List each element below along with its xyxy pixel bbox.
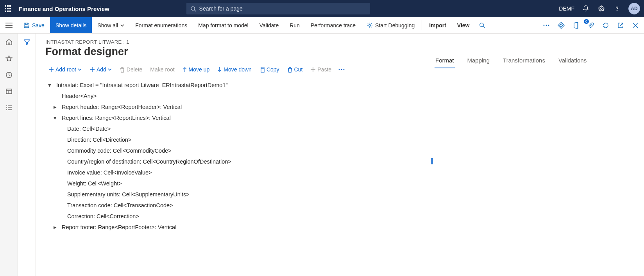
settings-icon[interactable] — [597, 4, 606, 13]
format-enumerations-button[interactable]: Format enumerations — [130, 17, 193, 33]
svg-point-10 — [544, 25, 545, 26]
tree-node-direction[interactable]: ▸Direction: Cell<Direction> — [45, 134, 416, 145]
tree-node-date[interactable]: ▸Date: Cell<Date> — [45, 123, 416, 134]
search-icon — [190, 6, 196, 12]
make-root-label: Make root — [150, 66, 174, 73]
save-button[interactable]: Save — [18, 17, 50, 33]
add-label: Add — [97, 66, 106, 73]
caret-down-icon[interactable]: ▾ — [52, 115, 58, 121]
command-bar-row: Save Show details Show all Format enumer… — [0, 17, 644, 34]
delete-button: Delete — [116, 65, 145, 74]
copy-button[interactable]: Copy — [256, 65, 283, 74]
app-body: INTRASTAT REPORT LITWARE : 1 Format desi… — [0, 34, 644, 276]
nav-toggle-button[interactable] — [0, 17, 18, 33]
svg-point-7 — [369, 24, 371, 26]
svg-rect-30 — [261, 68, 264, 72]
cut-button[interactable]: Cut — [284, 65, 306, 74]
help-icon[interactable] — [613, 4, 621, 13]
tree-node-transaction-code[interactable]: ▸Transaction code: Cell<TransactionCode> — [45, 200, 416, 211]
popout-icon — [617, 22, 624, 28]
refresh-button[interactable] — [601, 21, 610, 30]
tree-node-root[interactable]: ▾ Intrastat: Excel = "Intrastat report L… — [45, 80, 416, 91]
start-debugging-label: Start Debugging — [375, 22, 415, 28]
home-icon[interactable] — [4, 37, 14, 47]
performance-trace-button[interactable]: Performance trace — [305, 17, 361, 33]
recent-icon[interactable] — [4, 70, 14, 80]
tree-node-label: Report lines: Range<ReportLines>: Vertic… — [62, 115, 171, 121]
caret-right-icon[interactable]: ▸ — [52, 224, 58, 230]
app-topbar: Finance and Operations Preview Search fo… — [0, 0, 644, 17]
app-title: Finance and Operations Preview — [19, 5, 109, 12]
tree-node-label: Correction: Cell<Correction> — [67, 213, 139, 219]
user-avatar[interactable]: AD — [628, 3, 640, 14]
arrow-up-icon — [182, 67, 187, 72]
global-search[interactable]: Search for a page — [186, 3, 370, 14]
move-down-button[interactable]: Move down — [214, 65, 255, 74]
trash-icon — [120, 67, 125, 73]
tree-node-label: Intrastat: Excel = "Intrastat report Lit… — [56, 82, 228, 88]
search-command-button[interactable] — [475, 17, 489, 33]
command-bar: Save Show details Show all Format enumer… — [18, 17, 644, 33]
add-button[interactable]: Add — [86, 65, 115, 74]
toolbar-overflow-button[interactable] — [336, 67, 347, 72]
format-enumerations-label: Format enumerations — [135, 22, 187, 28]
add-root-label: Add root — [55, 66, 76, 73]
svg-point-3 — [617, 10, 617, 11]
tree-node-invoice-value[interactable]: ▸Invoice value: Cell<InvoiceValue> — [45, 167, 416, 178]
more-icon — [338, 69, 345, 70]
workspaces-icon[interactable] — [4, 87, 14, 96]
add-root-button[interactable]: Add root — [45, 65, 85, 74]
show-all-label: Show all — [97, 22, 118, 28]
caret-right-icon[interactable]: ▸ — [52, 104, 58, 110]
copy-icon — [259, 67, 265, 73]
office-icon[interactable] — [571, 21, 581, 30]
favorites-icon[interactable] — [4, 54, 14, 63]
company-label[interactable]: DEMF — [559, 5, 574, 12]
splitter-handle[interactable] — [431, 158, 635, 164]
run-label: Run — [290, 22, 300, 28]
show-details-button[interactable]: Show details — [50, 17, 92, 33]
app-launcher-icon[interactable] — [4, 5, 12, 12]
diamond-icon[interactable] — [556, 21, 566, 30]
tree-node-header[interactable]: ▸ Header<Any> — [45, 91, 416, 101]
tree-node-commodity-code[interactable]: ▸Commodity code: Cell<CommodityCode> — [45, 145, 416, 156]
paste-label: Paste — [317, 66, 331, 73]
filter-icon[interactable] — [22, 37, 32, 47]
tab-transformations[interactable]: Transformations — [502, 55, 546, 68]
trash-icon — [287, 67, 293, 73]
validate-button[interactable]: Validate — [254, 17, 284, 33]
tab-validations[interactable]: Validations — [558, 55, 587, 68]
properties-tabs: Format Mapping Transformations Validatio… — [435, 55, 635, 68]
start-debugging-button[interactable]: Start Debugging — [361, 17, 420, 33]
overflow-button[interactable] — [542, 21, 551, 30]
tree-node-report-footer[interactable]: ▸ Report footer: Range<ReportFooter>: Ve… — [45, 222, 416, 233]
delete-label: Delete — [127, 66, 142, 73]
tree-node-report-lines[interactable]: ▾ Report lines: Range<ReportLines>: Vert… — [45, 112, 416, 123]
tab-format[interactable]: Format — [435, 55, 455, 68]
view-button[interactable]: View — [452, 17, 475, 33]
svg-point-12 — [548, 25, 549, 26]
svg-rect-17 — [6, 89, 12, 94]
tree-node-weight[interactable]: ▸Weight: Cell<Weight> — [45, 178, 416, 189]
popout-button[interactable] — [616, 21, 625, 30]
close-button[interactable] — [631, 21, 640, 30]
run-button[interactable]: Run — [284, 17, 305, 33]
modules-icon[interactable] — [4, 103, 14, 112]
notifications-icon[interactable] — [581, 4, 590, 13]
move-up-button[interactable]: Move up — [179, 65, 213, 74]
attachments-button[interactable]: 0 — [586, 21, 596, 30]
copy-label: Copy — [267, 66, 279, 73]
attachment-count-badge: 0 — [584, 19, 589, 24]
filter-rail — [18, 34, 36, 276]
import-button[interactable]: Import — [424, 17, 452, 33]
move-down-label: Move down — [224, 66, 252, 73]
tree-node-correction[interactable]: ▸Correction: Cell<Correction> — [45, 211, 416, 222]
tree-node-report-header[interactable]: ▸ Report header: Range<ReportHeader>: Ve… — [45, 101, 416, 112]
map-format-to-model-button[interactable]: Map format to model — [193, 17, 254, 33]
show-all-button[interactable]: Show all — [92, 17, 130, 33]
tree-node-label: Transaction code: Cell<TransactionCode> — [67, 202, 173, 208]
tree-node-country-region[interactable]: ▸Country/region of destination: Cell<Cou… — [45, 156, 416, 167]
tab-mapping[interactable]: Mapping — [467, 55, 491, 68]
tree-node-supplementary-units[interactable]: ▸Supplementary units: Cell<Supplementary… — [45, 189, 416, 200]
caret-down-icon[interactable]: ▾ — [47, 82, 52, 88]
